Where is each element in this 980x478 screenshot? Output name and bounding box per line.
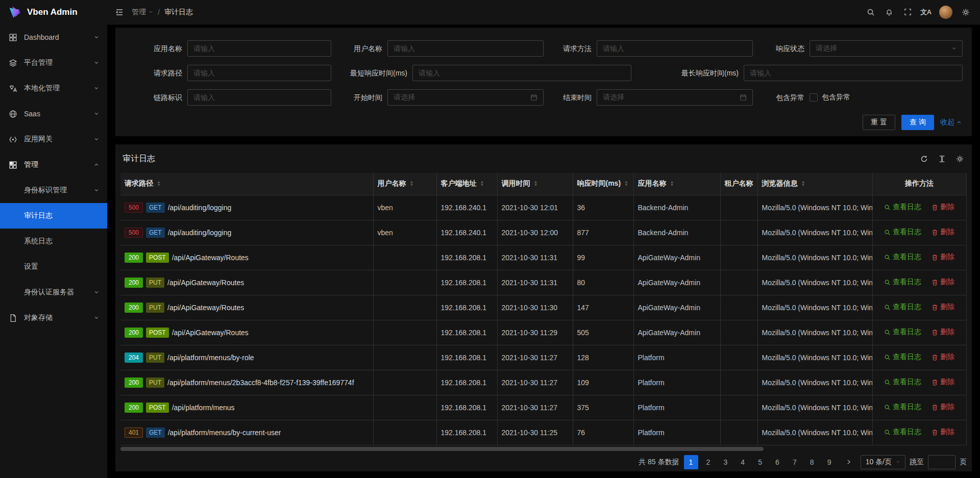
actions-cell: 查看日志 删除	[872, 295, 966, 320]
has-exception-checkbox[interactable]	[810, 93, 818, 102]
page-button-3[interactable]: 3	[718, 455, 732, 469]
view-log-link[interactable]: 查看日志	[884, 203, 921, 212]
field-end-time: 结束时间 请选择	[597, 89, 753, 106]
client-address-cell: 192.168.240.1	[436, 220, 497, 245]
column-header-5[interactable]: 应用名称▲▼	[633, 173, 720, 195]
refresh-icon[interactable]	[920, 155, 928, 163]
search-icon[interactable]	[862, 0, 880, 24]
field-start-time: 开始时间 请选择	[387, 89, 544, 106]
column-header-0[interactable]: 请求路径▲▼	[120, 173, 373, 195]
horizontal-scrollbar[interactable]	[120, 447, 967, 451]
method-badge: POST	[146, 253, 169, 263]
view-log-link[interactable]: 查看日志	[884, 278, 921, 287]
view-log-link[interactable]: 查看日志	[884, 303, 921, 312]
jump-page-input[interactable]	[928, 455, 955, 469]
actions-cell: 查看日志 删除	[872, 345, 966, 370]
delete-link[interactable]: 删除	[932, 253, 954, 262]
fullscreen-icon[interactable]	[898, 0, 917, 24]
view-log-link[interactable]: 查看日志	[884, 328, 921, 337]
page-size-select[interactable]: 10 条/页	[861, 455, 905, 469]
view-log-link[interactable]: 查看日志	[884, 378, 921, 387]
column-header-7[interactable]: 浏览器信息▲▼	[757, 173, 872, 195]
app-logo[interactable]: Vben Admin	[0, 0, 107, 24]
reset-button[interactable]: 重 置	[863, 115, 895, 130]
sidebar-item-identity-management[interactable]: 身份标识管理	[0, 178, 107, 203]
next-page-button[interactable]	[842, 455, 856, 469]
delete-link[interactable]: 删除	[932, 427, 954, 437]
pagination: 共 85 条数据 1 2 3 4 5 6 7 8 9 10 条/页 跳至	[120, 454, 967, 470]
user-name-input[interactable]	[387, 40, 544, 57]
page-button-1[interactable]: 1	[684, 455, 698, 469]
translate-icon[interactable]: 文A	[917, 0, 935, 24]
column-header-6[interactable]: 租户名称▲▼	[720, 173, 757, 195]
sidebar-item-dashboard[interactable]: Dashboard	[0, 24, 107, 50]
sidebar-item-app-gateway[interactable]: 应用网关	[0, 127, 107, 152]
view-log-link[interactable]: 查看日志	[884, 353, 921, 362]
sidebar-item-localization-management[interactable]: 本地化管理	[0, 76, 107, 101]
trace-id-input[interactable]	[187, 89, 331, 106]
menu-fold-icon[interactable]	[110, 0, 129, 24]
delete-link[interactable]: 删除	[932, 378, 954, 387]
column-header-4[interactable]: 响应时间(ms)▲▼	[573, 173, 633, 195]
page-button-5[interactable]: 5	[753, 455, 767, 469]
delete-link[interactable]: 删除	[932, 353, 954, 362]
sidebar-item-management[interactable]: 管理	[0, 152, 107, 178]
sidebar-item-system-log[interactable]: 系统日志	[0, 229, 107, 254]
breadcrumb-separator: /	[158, 8, 160, 16]
browser-cell: Mozilla/5.0 (Windows NT 10.0; Win	[757, 220, 872, 245]
query-button[interactable]: 查 询	[901, 115, 934, 130]
app-name-input[interactable]	[187, 40, 331, 57]
sidebar-item-platform-management[interactable]: 平台管理	[0, 50, 107, 76]
tenant-cell	[720, 345, 757, 370]
http-method-input[interactable]	[597, 40, 753, 57]
max-response-time-input[interactable]	[744, 65, 963, 81]
min-response-time-input[interactable]	[412, 65, 631, 81]
actions-cell: 查看日志 删除	[872, 395, 966, 420]
collapse-link[interactable]: 收起	[940, 118, 962, 127]
bell-icon[interactable]	[880, 0, 898, 24]
call-time-cell: 2021-10-30 11:27	[497, 345, 573, 370]
scrollbar-thumb[interactable]	[120, 447, 764, 451]
page-button-6[interactable]: 6	[770, 455, 785, 469]
sidebar-item-audit-log[interactable]: 审计日志	[0, 203, 107, 229]
response-status-select[interactable]: 请选择	[810, 40, 963, 57]
page-button-9[interactable]: 9	[822, 455, 837, 469]
row-height-icon[interactable]	[938, 155, 946, 163]
collapse-label: 收起	[940, 118, 954, 127]
view-log-link[interactable]: 查看日志	[884, 427, 921, 437]
breadcrumb-parent[interactable]: 管理	[132, 8, 153, 17]
view-log-link[interactable]: 查看日志	[884, 253, 921, 262]
sidebar-item-label: 平台管理	[24, 58, 94, 67]
column-header-1[interactable]: 用户名称▲▼	[373, 173, 436, 195]
sidebar-item-auth-server[interactable]: 身份认证服务器	[0, 280, 107, 305]
client-address-cell: 192.168.208.1	[436, 245, 497, 270]
end-time-picker[interactable]: 请选择	[597, 89, 753, 106]
delete-link[interactable]: 删除	[932, 203, 954, 212]
page-button-4[interactable]: 4	[736, 455, 750, 469]
delete-link[interactable]: 删除	[932, 303, 954, 312]
page-buttons: 1 2 3 4 5 6 7 8 9	[683, 455, 837, 469]
delete-link[interactable]: 删除	[932, 278, 954, 287]
page-button-7[interactable]: 7	[788, 455, 802, 469]
column-header-2[interactable]: 客户端地址▲▼	[436, 173, 497, 195]
request-path: /api/platform/menus/by-role	[167, 354, 254, 362]
settings-gear-icon[interactable]	[957, 0, 975, 24]
delete-link[interactable]: 删除	[932, 228, 954, 237]
sidebar-item-saas[interactable]: Saas	[0, 101, 107, 127]
view-log-link[interactable]: 查看日志	[884, 402, 921, 412]
view-log-link[interactable]: 查看日志	[884, 228, 921, 237]
page-button-2[interactable]: 2	[701, 455, 715, 469]
tenant-cell	[720, 320, 757, 345]
sidebar-item-object-storage[interactable]: 对象存储	[0, 305, 107, 331]
status-badge: 401	[125, 427, 143, 438]
app-name-cell: Backend-Admin	[633, 220, 720, 245]
delete-link[interactable]: 删除	[932, 402, 954, 412]
column-header-3[interactable]: 调用时间▲▼	[497, 173, 573, 195]
start-time-picker[interactable]: 请选择	[387, 89, 544, 106]
sidebar-item-settings[interactable]: 设置	[0, 254, 107, 280]
delete-link[interactable]: 删除	[932, 328, 954, 337]
request-path-input[interactable]	[187, 65, 331, 81]
page-button-8[interactable]: 8	[805, 455, 819, 469]
column-settings-icon[interactable]	[956, 155, 964, 163]
avatar[interactable]	[939, 6, 952, 19]
